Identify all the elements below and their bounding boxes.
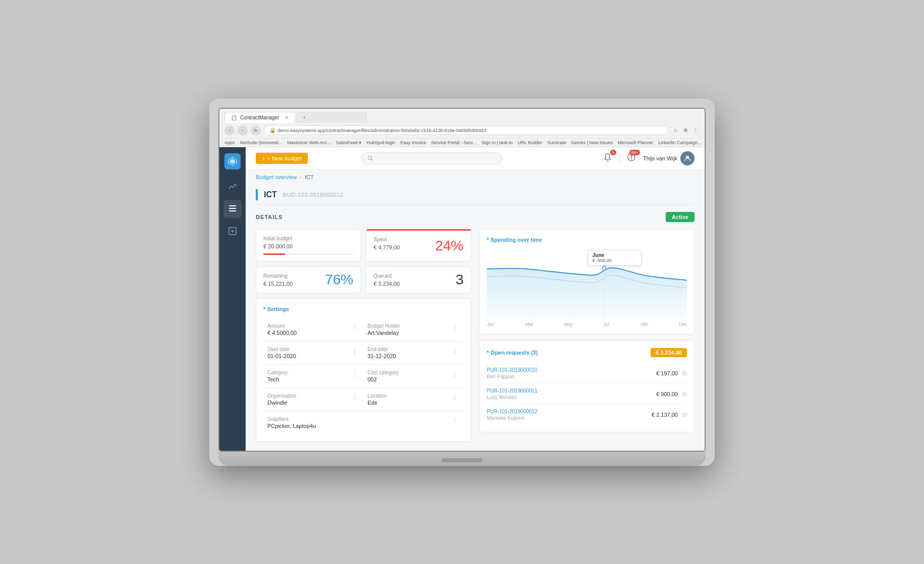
request-id-2[interactable]: PUR-101-2019000012 — [487, 409, 537, 414]
settings-budget-holder: Budget Holder Art Vandelay ⋮ — [363, 318, 464, 341]
page-title: ICT — [264, 190, 277, 199]
alerts-icon[interactable]: 99+ — [627, 153, 636, 164]
status-badge: Active — [666, 212, 695, 222]
svg-line-5 — [372, 159, 373, 160]
request-action-icon-1[interactable]: ⊞ — [682, 391, 687, 398]
cost-category-dots[interactable]: ⋮ — [450, 370, 459, 378]
initial-budget-label: Initial budget — [263, 236, 353, 241]
request-right-1: € 900,00 ⊞ — [656, 391, 687, 398]
start-date-label: Start date — [267, 346, 296, 352]
bookmark-service-portal[interactable]: Service Portal - Serv... — [431, 140, 476, 145]
settings-amount: Amount € 4.5000,00 ⋮ — [263, 318, 363, 341]
amount-dots[interactable]: ⋮ — [350, 323, 359, 331]
star-icon[interactable]: ☆ — [671, 126, 679, 135]
location-dots[interactable]: ⋮ — [450, 393, 459, 401]
open-requests-card: * Open requests (3) € 3.234,00 PUR-101-2… — [479, 340, 695, 432]
browser-tab-active[interactable]: 📋 ContractManager ✕ — [224, 112, 295, 123]
request-action-icon-0[interactable]: ⊞ — [682, 370, 687, 377]
x-label-dec: Dec — [679, 322, 687, 327]
plus-icon: + — [262, 155, 265, 161]
left-panel: Initial budget € 20.000,00 Spent € — [256, 229, 471, 442]
bookmark-survicate[interactable]: Survicate — [547, 140, 566, 145]
app-logo[interactable] — [224, 153, 241, 169]
queued-count: 3 — [455, 272, 464, 288]
laptop-shell: 📋 ContractManager ✕ + ‹ › ↻ 🔒 demo.easys… — [209, 99, 715, 466]
spending-chart-card: * Spending over time — [479, 229, 695, 334]
bookmark-gemini[interactable]: Gemini | New Issues — [571, 140, 613, 145]
category-content: Category Tech — [267, 370, 288, 382]
back-button[interactable]: ‹ — [224, 125, 235, 136]
search-icon — [367, 155, 374, 161]
search-bar[interactable] — [361, 152, 502, 164]
amount-content: Amount € 4.5000,00 — [267, 323, 297, 336]
organisation-dots[interactable]: ⋮ — [350, 393, 359, 401]
bookmark-apps[interactable]: Apps — [224, 140, 235, 145]
bookmark-salesfeed[interactable]: SalesFeed ▾ — [336, 140, 361, 145]
request-right-2: € 2.137,00 ⊞ — [652, 411, 687, 418]
forward-button[interactable]: › — [238, 125, 248, 136]
request-action-icon-2[interactable]: ⊞ — [682, 411, 687, 418]
sidebar-item-analytics[interactable] — [223, 178, 242, 196]
remaining-card: Remaining € 15.221,00 76% — [256, 267, 361, 293]
sidebar-item-budget[interactable] — [223, 222, 242, 240]
reload-button[interactable]: ↻ — [251, 125, 261, 136]
user-name: Thijs van Wijk — [643, 155, 677, 161]
extensions-icon[interactable]: ⚙ — [681, 126, 689, 135]
tab-close-btn[interactable]: ✕ — [285, 115, 289, 120]
request-id-0[interactable]: PUR-101-2019000010 — [487, 367, 537, 373]
request-item-0: PUR-101-2019000010 Ben Pappas € 197,00 ⊞ — [487, 363, 687, 384]
browser-chrome: 📋 ContractManager ✕ + ‹ › ↻ 🔒 demo.easys… — [219, 109, 705, 147]
laptop-screen: 📋 ContractManager ✕ + ‹ › ↻ 🔒 demo.easys… — [218, 108, 706, 452]
end-date-dots[interactable]: ⋮ — [450, 346, 459, 355]
settings-suppliers: Suppliers PCpicker, Laptop4u ⋮ — [263, 411, 464, 434]
location-content: Location Ede — [367, 393, 387, 406]
browser-controls: ‹ › ↻ 🔒 demo.easysystems.app/contractman… — [219, 123, 705, 138]
budget-holder-value: Art Vandelay — [367, 330, 400, 336]
settings-category: Category Tech ⋮ — [263, 365, 363, 388]
settings-start-date: Start date 01-01-2020 ⋮ — [263, 341, 363, 365]
bookmark-netsuite[interactable]: NetSuite (Innovesti... — [240, 140, 283, 145]
bookmarks-bar: Apps NetSuite (Innovesti... Maximizer We… — [219, 138, 705, 147]
breadcrumb-parent[interactable]: Budget overview — [256, 174, 297, 180]
bookmark-sign-in[interactable]: Sign In | tavk.to — [481, 140, 513, 145]
start-date-dots[interactable]: ⋮ — [350, 346, 359, 355]
suppliers-content: Suppliers PCpicker, Laptop4u — [267, 416, 316, 429]
suppliers-dots[interactable]: ⋮ — [450, 416, 459, 424]
two-col-layout: Initial budget € 20.000,00 Spent € — [256, 229, 695, 442]
bookmark-linkedin[interactable]: LinkedIn Campaign... — [658, 140, 701, 145]
menu-icon[interactable]: ⋮ — [691, 126, 700, 135]
request-person-1: Lucy Mendez — [487, 395, 537, 400]
budget-holder-dots[interactable]: ⋮ — [450, 323, 459, 331]
tab-label: ContractManager — [240, 115, 279, 120]
chart-x-labels: Jan Mar May Jul Okt Dec — [487, 320, 687, 327]
end-date-label: End date — [367, 346, 396, 352]
page-subtitle: BUD-103-2019000012 — [283, 192, 343, 198]
request-id-1[interactable]: PUR-101-2019000011 — [487, 388, 537, 394]
avatar[interactable] — [680, 151, 695, 165]
bookmark-maximizer[interactable]: Maximizer Web Acc... — [287, 140, 331, 145]
x-label-okt: Okt — [640, 322, 648, 327]
bookmark-easy-invoice[interactable]: Easy Invoice — [400, 140, 426, 145]
bookmark-hubspot[interactable]: HubSpot-login — [366, 140, 395, 145]
request-amount-1: € 900,00 — [656, 391, 678, 397]
location-value: Ede — [367, 400, 387, 406]
browser-tab-new[interactable]: + — [296, 112, 367, 123]
page-content: ICT BUD-103-2019000012 DETAILS Active — [246, 184, 705, 451]
request-amount-0: € 197,00 — [656, 370, 678, 376]
request-person-0: Ben Pappas — [487, 374, 537, 379]
settings-cost-category: Cost category 002 ⋮ — [363, 365, 464, 388]
category-dots[interactable]: ⋮ — [350, 370, 359, 378]
sidebar-item-list[interactable] — [223, 200, 242, 218]
bookmark-url-builder[interactable]: URL Builder — [518, 140, 542, 145]
category-value: Tech — [267, 376, 288, 382]
lock-icon: 🔒 — [269, 127, 275, 133]
new-budget-button[interactable]: + + New budget — [256, 153, 308, 164]
breadcrumb-current: ICT — [305, 174, 314, 180]
new-tab-label: + — [303, 115, 306, 120]
notifications-bell[interactable]: 9 — [603, 153, 612, 164]
bookmark-microsoft[interactable]: Microsoft Planner — [618, 140, 653, 145]
settings-end-date: End date 31-12-2020 ⋮ — [363, 341, 464, 365]
x-label-jul: Jul — [604, 322, 610, 327]
initial-budget-card: Initial budget € 20.000,00 — [256, 229, 361, 262]
address-bar[interactable]: 🔒 demo.easysystems.app/contractmanager/f… — [264, 125, 668, 135]
